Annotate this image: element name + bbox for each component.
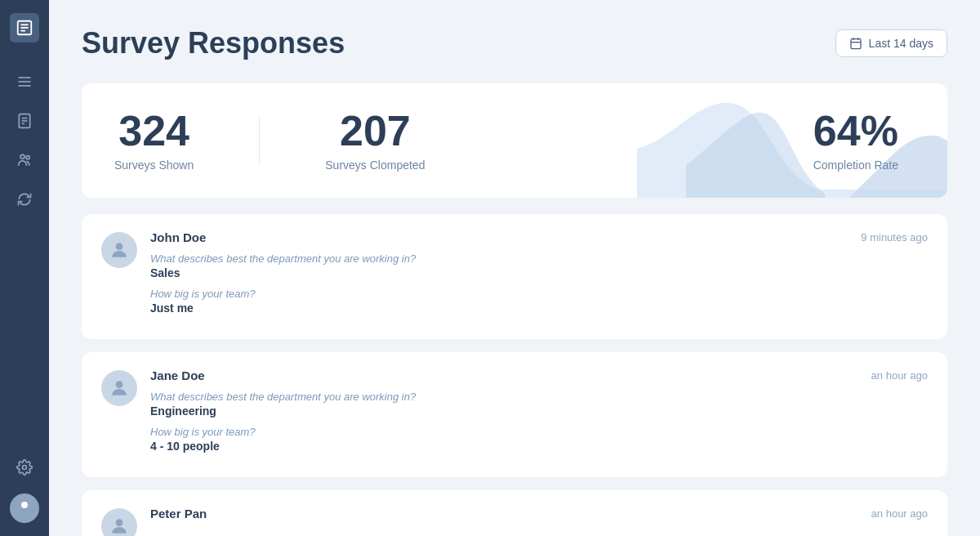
svg-point-12 xyxy=(26,156,29,159)
main-content: Survey Responses Last 14 days 324 Survey… xyxy=(49,0,980,536)
response-time: an hour ago xyxy=(871,507,928,520)
response-name: Peter Pan xyxy=(150,507,207,520)
settings-icon[interactable] xyxy=(8,451,41,484)
response-header: Peter Pan an hour ago xyxy=(150,507,928,520)
sidebar xyxy=(0,0,49,536)
response-header: John Doe 9 minutes ago xyxy=(150,230,928,244)
completion-rate-label: Completion Rate xyxy=(813,159,898,172)
response-card: Peter Pan an hour ago xyxy=(82,490,947,536)
response-content: John Doe 9 minutes ago What describes be… xyxy=(150,230,928,323)
svg-point-14 xyxy=(21,502,28,508)
user-avatar[interactable] xyxy=(10,494,39,523)
stat-surveys-shown: 324 Surveys Shown xyxy=(114,109,259,172)
response-answer: Engineering xyxy=(150,404,928,418)
date-filter-label: Last 14 days xyxy=(869,37,933,50)
page-title: Survey Responses xyxy=(82,26,345,60)
stat-surveys-completed: 207 Surveys Clompeted xyxy=(325,109,490,172)
response-question: How big is your team? xyxy=(150,426,928,438)
app-logo[interactable] xyxy=(10,13,39,42)
svg-point-21 xyxy=(116,519,123,526)
response-card: Jane Doe an hour ago What describes best… xyxy=(82,352,947,477)
response-answer: 4 - 10 people xyxy=(150,440,928,453)
response-content: Jane Doe an hour ago What describes best… xyxy=(150,368,928,461)
svg-rect-15 xyxy=(851,39,861,49)
refresh-icon[interactable] xyxy=(8,183,41,216)
response-avatar xyxy=(101,508,137,536)
response-question: How big is your team? xyxy=(150,288,928,300)
response-time: 9 minutes ago xyxy=(861,231,928,243)
svg-point-19 xyxy=(116,243,123,250)
response-avatar xyxy=(101,232,137,268)
response-content: Peter Pan an hour ago xyxy=(150,507,928,529)
response-name: John Doe xyxy=(150,230,206,244)
surveys-completed-value: 207 xyxy=(325,109,425,152)
surveys-shown-label: Surveys Shown xyxy=(114,159,194,172)
response-question: What describes best the department you a… xyxy=(150,252,928,265)
menu-icon[interactable] xyxy=(8,65,41,98)
users-icon[interactable] xyxy=(8,144,41,176)
surveys-shown-value: 324 xyxy=(114,109,194,152)
surveys-completed-label: Surveys Clompeted xyxy=(325,159,425,172)
response-time: an hour ago xyxy=(871,369,928,382)
document-icon[interactable] xyxy=(8,105,41,137)
completion-rate-value: 64% xyxy=(813,109,898,152)
chart-area xyxy=(637,83,947,198)
stat-completion-rate: 64% Completion Rate xyxy=(813,109,898,172)
stats-card: 324 Surveys Shown 207 Surveys Clompeted … xyxy=(82,83,947,198)
response-header: Jane Doe an hour ago xyxy=(150,368,928,382)
stat-divider-1 xyxy=(259,116,260,165)
response-card: John Doe 9 minutes ago What describes be… xyxy=(82,214,947,339)
response-question: What describes best the department you a… xyxy=(150,391,928,403)
response-avatar xyxy=(101,370,137,406)
responses-list: John Doe 9 minutes ago What describes be… xyxy=(82,214,947,536)
svg-point-13 xyxy=(23,466,27,470)
response-answer: Just me xyxy=(150,302,928,315)
response-name: Jane Doe xyxy=(150,368,205,382)
page-header: Survey Responses Last 14 days xyxy=(82,26,947,60)
calendar-icon xyxy=(849,37,862,50)
response-answer: Sales xyxy=(150,266,928,279)
svg-point-20 xyxy=(116,381,123,388)
svg-point-11 xyxy=(20,154,24,159)
date-filter-button[interactable]: Last 14 days xyxy=(835,29,947,57)
